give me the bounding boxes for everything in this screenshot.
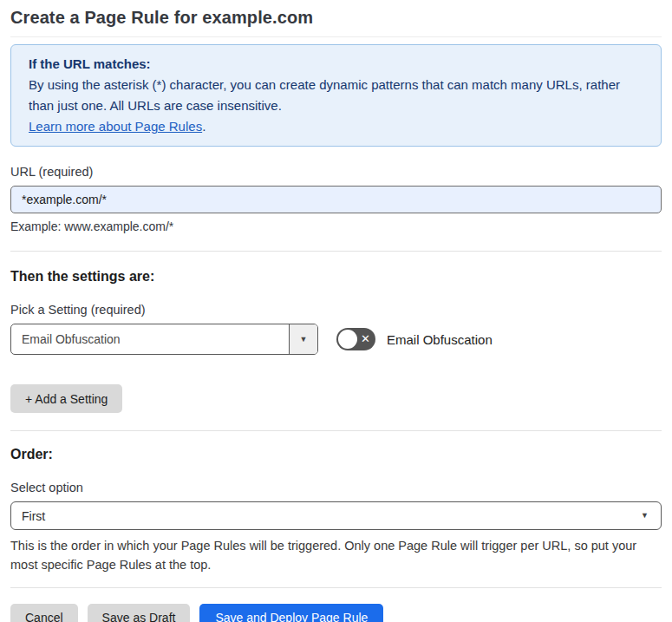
footer-actions: Cancel Save as Draft Save and Deploy Pag… [10, 604, 662, 622]
info-link-row: Learn more about Page Rules. [29, 116, 643, 137]
toggle-knob [338, 330, 357, 349]
setting-select-value: Email Obfuscation [11, 324, 289, 354]
url-match-info-box: If the URL matches: By using the asteris… [10, 44, 662, 147]
create-page-rule-form: Create a Page Rule for example.com If th… [0, 8, 672, 622]
save-as-draft-button[interactable]: Save as Draft [88, 604, 191, 622]
order-helper-text: This is the order in which your Page Rul… [10, 536, 662, 574]
chevron-down-icon: ▼ [641, 512, 649, 520]
settings-heading: Then the settings are: [10, 269, 662, 285]
pick-setting-label: Pick a Setting (required) [10, 303, 662, 317]
setting-row: Email Obfuscation ▼ ✕ Email Obfuscation [10, 324, 662, 355]
link-suffix: . [202, 119, 206, 134]
email-obfuscation-toggle[interactable]: ✕ [336, 328, 375, 350]
section-divider [10, 251, 662, 252]
learn-more-link[interactable]: Learn more about Page Rules [29, 119, 202, 134]
section-divider [10, 430, 662, 431]
x-icon: ✕ [361, 333, 370, 344]
setting-select[interactable]: Email Obfuscation ▼ [10, 324, 318, 355]
url-input[interactable] [10, 186, 662, 213]
cancel-button[interactable]: Cancel [10, 604, 78, 622]
save-and-deploy-button[interactable]: Save and Deploy Page Rule [199, 604, 383, 622]
info-box-heading: If the URL matches: [29, 54, 643, 75]
url-example-helper: Example: www.example.com/* [10, 219, 662, 233]
order-select-value: First [22, 509, 45, 523]
info-box-body: By using the asterisk (*) character, you… [29, 75, 643, 116]
toggle-label: Email Obfuscation [387, 332, 493, 347]
page-title: Create a Page Rule for example.com [10, 8, 662, 28]
add-setting-button[interactable]: + Add a Setting [10, 384, 122, 413]
url-label: URL (required) [10, 165, 662, 179]
title-divider [10, 36, 662, 37]
order-select[interactable]: First ▼ [10, 501, 662, 530]
footer-divider [10, 587, 662, 588]
order-select-label: Select option [10, 481, 662, 494]
chevron-down-icon: ▼ [300, 336, 308, 344]
order-heading: Order: [10, 447, 662, 462]
setting-select-arrow-button[interactable]: ▼ [289, 324, 317, 354]
